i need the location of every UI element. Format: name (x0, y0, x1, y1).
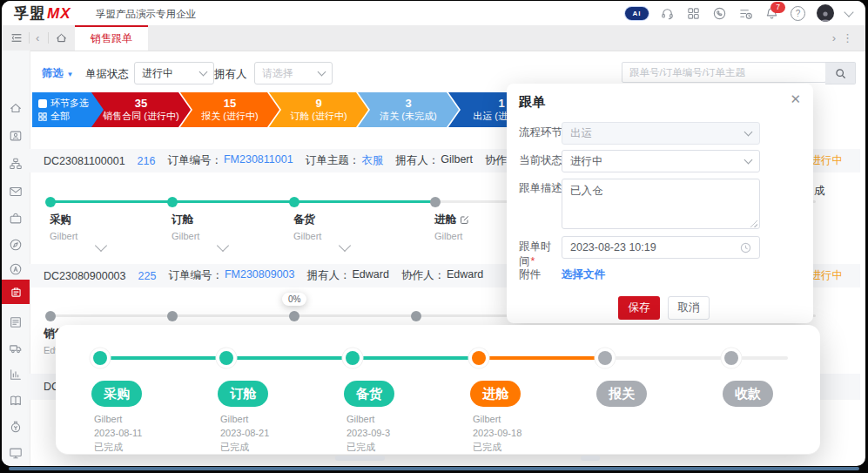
filter-toggle[interactable]: 筛选 ▼ (42, 66, 73, 81)
choose-file-link[interactable]: 选择文件 (562, 267, 605, 282)
desc-textarea[interactable]: 已入仓 (562, 179, 760, 229)
expand-stage-icon[interactable] (95, 240, 107, 252)
org-tree-icon[interactable] (2, 157, 30, 171)
stage-name: 备货 (293, 213, 407, 227)
popup-stage-pill[interactable]: 报关 (596, 381, 647, 407)
popup-stage-pill[interactable]: 采购 (91, 381, 142, 407)
ai-assistant-icon[interactable]: AI (625, 7, 649, 20)
doc-status-label: 单据状态 (85, 67, 129, 82)
document-list-icon[interactable] (2, 315, 30, 329)
edit-icon[interactable] (460, 215, 469, 225)
required-asterisk: * (531, 255, 535, 267)
more-tabs-icon[interactable]: ⋮ (842, 25, 853, 51)
help-icon[interactable]: ? (791, 6, 805, 21)
popup-dot (219, 351, 233, 365)
tracking-count-link[interactable]: 216 (138, 155, 156, 167)
expand-stage-icon[interactable] (217, 240, 229, 252)
compass-icon[interactable] (2, 238, 30, 252)
timeline-dot (289, 311, 299, 321)
contacts-card-icon[interactable] (2, 129, 30, 143)
status-badge: 进行中 (811, 268, 844, 283)
modal-title: 跟单 (519, 94, 545, 111)
popup-status: 已完成 (94, 440, 142, 454)
stage-name: 进舱 (434, 213, 456, 227)
book-icon[interactable] (2, 394, 30, 408)
popup-dot (346, 351, 360, 365)
stage-field-label: 流程环节 (519, 125, 562, 140)
collapse-menu-icon[interactable] (10, 31, 24, 44)
order-no-link[interactable]: FM230809003 (225, 268, 295, 283)
obscured-text-fragment: 成 (814, 184, 825, 199)
app-logo: 孚盟MX (14, 3, 71, 24)
nav-forward-icon[interactable]: › (832, 25, 836, 51)
expand-stage-icon[interactable] (339, 240, 351, 252)
money-bag-icon[interactable] (2, 420, 30, 434)
funnel-stage-clearance[interactable]: 3清关 (未完成) (358, 92, 459, 127)
popup-person: Gilbert (94, 412, 142, 426)
task-list-clock-icon[interactable] (738, 6, 753, 21)
chevron-down-icon[interactable] (844, 7, 853, 17)
funnel-stage-booking[interactable]: 9订舱 (进行中) (269, 92, 368, 127)
tracking-no: DC23080900003 (44, 270, 126, 282)
owner-select[interactable]: 请选择 (254, 62, 333, 84)
monitor-icon[interactable] (2, 446, 30, 460)
funnel-stage-contract[interactable]: 35销售合同 (进行中) (91, 92, 191, 127)
bar-chart-icon[interactable] (2, 368, 30, 382)
popup-stage-pill[interactable]: 订舱 (218, 381, 268, 407)
popup-person: Gilbert (347, 412, 390, 426)
stage-person: Gilbert (50, 231, 163, 241)
timeline-progress (50, 200, 435, 203)
timeline-dot (45, 197, 56, 207)
search-input[interactable] (622, 62, 826, 83)
stage-detail-popup: 采购 订舱 备货 进舱 报关 收款 Gilbert2023-08-11已完成 G… (56, 325, 820, 455)
mail-icon[interactable] (2, 185, 30, 199)
company-name: 孚盟产品演示专用企业 (96, 8, 196, 21)
truck-icon[interactable] (2, 341, 30, 355)
popup-stage-pill[interactable]: 进舱 (470, 381, 521, 407)
top-header: 孚盟MX 孚盟产品演示专用企业 AI 7 ? (2, 1, 865, 26)
popup-timeline-done (98, 356, 476, 360)
timeline-dot (45, 311, 56, 321)
popup-timeline-current (476, 356, 602, 360)
popup-person: Gilbert (220, 412, 269, 426)
divider (48, 32, 49, 44)
sales-tracking-active-icon[interactable] (2, 280, 30, 304)
subject-link[interactable]: 衣服 (361, 153, 383, 168)
multi-select-checkbox[interactable] (38, 99, 47, 108)
order-no-link[interactable]: FM230811001 (224, 153, 293, 168)
save-button[interactable]: 保存 (618, 296, 660, 320)
popup-date: 2023-09-3 (347, 426, 390, 440)
popup-dot (472, 351, 486, 365)
cancel-button[interactable]: 取消 (668, 296, 710, 320)
stage-select[interactable]: 出运 (562, 122, 760, 145)
search-button[interactable] (825, 62, 856, 84)
tab-sales-tracking[interactable]: 销售跟单 (75, 25, 148, 51)
horizontal-scrollbar-thumb[interactable] (335, 456, 385, 461)
popup-stage-pill[interactable]: 备货 (344, 381, 394, 407)
whatsapp-icon[interactable] (712, 6, 727, 21)
circle-a-icon[interactable] (2, 262, 30, 276)
nav-back-icon[interactable]: ‹ (36, 25, 39, 51)
briefcase-icon[interactable] (2, 212, 30, 226)
apps-grid-icon[interactable] (686, 6, 701, 21)
time-input[interactable]: 2023-08-23 10:19 (562, 236, 760, 259)
avatar[interactable] (817, 4, 834, 22)
status-select[interactable]: 进行中 (562, 150, 760, 172)
timeline-dot (430, 197, 441, 207)
doc-status-select[interactable]: 进行中 (134, 62, 214, 84)
home-tab-icon[interactable] (55, 31, 68, 44)
popup-status: 已完成 (473, 440, 521, 454)
popup-date: 2023-09-18 (473, 426, 521, 440)
popup-stage-pill[interactable]: 收款 (723, 381, 773, 407)
tab-bar: ‹ 销售跟单 › ⋮ (2, 25, 865, 51)
headset-icon[interactable] (660, 6, 675, 21)
stage-person: Gilbert (293, 231, 407, 241)
funnel-stage-customs[interactable]: 15报关 (进行中) (180, 92, 279, 127)
chevron-down-icon (199, 68, 208, 77)
horizontal-scrollbar-thumb[interactable] (581, 456, 600, 461)
close-icon[interactable]: ✕ (790, 91, 801, 107)
notifications-bell-icon[interactable]: 7 (764, 6, 779, 21)
clock-icon (740, 242, 751, 253)
tracking-count-link[interactable]: 225 (138, 270, 157, 282)
home-icon[interactable] (2, 101, 30, 115)
